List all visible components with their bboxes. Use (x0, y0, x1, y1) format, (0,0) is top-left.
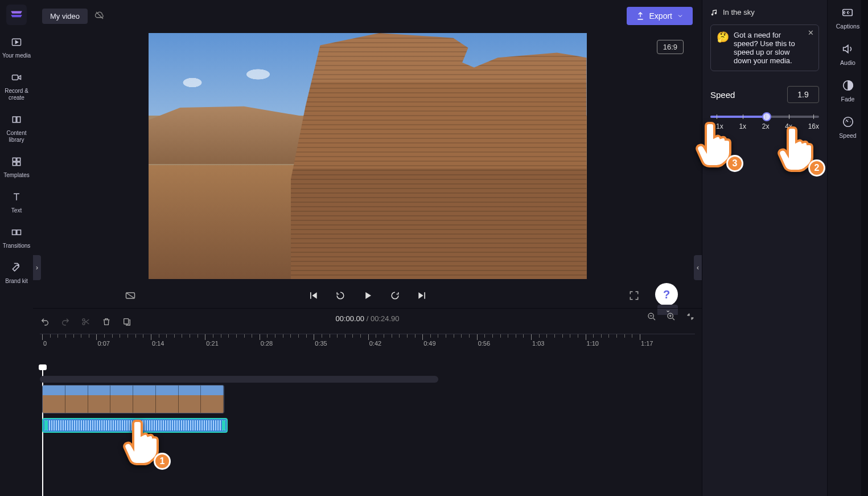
nav-record-create[interactable]: Record & create (1, 71, 32, 101)
duplicate-button[interactable] (122, 317, 132, 327)
slider-mark: 4x (785, 122, 792, 130)
audio-track-label: In the sky (710, 6, 819, 24)
ruler-tick: 1:17 (640, 334, 652, 341)
svg-rect-5 (17, 158, 20, 161)
duration: 00:24.90 (371, 314, 400, 323)
window-scrollbar[interactable] (861, 0, 868, 496)
tab-fade[interactable]: Fade (841, 79, 855, 103)
nav-content-library[interactable]: Content library (1, 113, 32, 144)
nav-label: Text (11, 207, 22, 214)
captions-icon (841, 6, 854, 19)
record-icon (10, 71, 23, 84)
svg-rect-2 (13, 117, 16, 122)
nav-label: Record & create (1, 88, 32, 101)
rewind-button[interactable] (334, 289, 347, 302)
left-rail: Your media Record & create Content libra… (0, 0, 33, 496)
svg-rect-3 (17, 117, 20, 122)
speed-slider[interactable]: 0.1x 1x 2x 4x 16x (710, 116, 819, 130)
help-button[interactable]: ? (655, 283, 678, 306)
transitions-icon (10, 226, 23, 239)
tab-label: Audio (840, 59, 855, 66)
tab-audio[interactable]: Audio (840, 42, 855, 66)
cloud-sync-icon[interactable] (94, 10, 105, 22)
delete-button[interactable] (101, 317, 112, 327)
speed-icon (841, 115, 855, 129)
slider-mark: 1x (739, 122, 746, 130)
svg-rect-14 (124, 319, 129, 324)
nav-your-media[interactable]: Your media (1, 35, 32, 59)
ruler-tick: 0:56 (477, 334, 489, 341)
tip-text: Got a need for speed? Use this to speed … (734, 31, 803, 65)
zoom-in-button[interactable] (667, 312, 676, 323)
nav-label: Brand kit (5, 278, 27, 285)
tab-label: Captions (836, 23, 859, 30)
properties-panel: In the sky 🤔 Got a need for speed? Use t… (702, 0, 827, 496)
brand-icon (10, 261, 23, 274)
tab-speed[interactable]: Speed (839, 115, 856, 139)
split-button[interactable] (81, 317, 91, 327)
main-area: My video Export › ‹ 16:9 (33, 0, 702, 496)
templates-icon (10, 155, 23, 169)
project-title[interactable]: My video (42, 9, 88, 24)
video-clip[interactable] (42, 385, 224, 413)
ruler-tick: 1:10 (586, 334, 598, 341)
chevron-down-icon (677, 13, 684, 19)
app-logo (6, 5, 27, 25)
ruler-tick: 0:49 (422, 334, 434, 341)
undo-button[interactable] (40, 317, 50, 327)
slider-mark: 0.1x (710, 122, 723, 130)
slider-mark: 16x (808, 122, 819, 130)
audio-clip[interactable] (42, 418, 228, 433)
ruler-tick: 1:03 (531, 334, 543, 341)
fullscreen-button[interactable] (628, 289, 640, 302)
skip-back-button[interactable] (307, 289, 319, 302)
ruler-tick: 0:42 (368, 334, 380, 341)
preview-area: › ‹ 16:9 ? ⌄ (33, 32, 702, 308)
play-button[interactable] (361, 289, 374, 302)
nav-transitions[interactable]: Transitions (1, 226, 32, 249)
skip-forward-button[interactable] (416, 289, 429, 302)
timeline-time: 00:00.00 / 00:24.90 (335, 314, 399, 323)
hide-preview-icon[interactable] (124, 289, 137, 302)
track-name: In the sky (723, 8, 755, 17)
tab-captions[interactable]: Captions (836, 6, 859, 30)
ruler-tick: 0:35 (314, 334, 326, 341)
audio-icon (841, 42, 854, 56)
fade-icon (841, 79, 855, 92)
slider-thumb[interactable] (762, 112, 771, 121)
svg-rect-7 (17, 162, 20, 166)
upload-icon (636, 11, 645, 21)
nav-brand-kit[interactable]: Brand kit (1, 261, 32, 285)
nav-label: Templates (3, 172, 30, 179)
nav-label: Your media (2, 52, 31, 59)
ruler-tick: 0 (42, 334, 46, 341)
nav-templates[interactable]: Templates (1, 155, 32, 179)
text-icon (10, 190, 23, 204)
preview-canvas[interactable] (149, 33, 587, 279)
forward-button[interactable] (389, 289, 401, 302)
nav-label: Content library (1, 130, 32, 144)
ruler-tick: 0:21 (205, 334, 217, 341)
library-icon (10, 113, 23, 126)
tab-label: Fade (841, 96, 855, 103)
tab-label: Speed (839, 132, 856, 139)
nav-text[interactable]: Text (1, 190, 32, 214)
export-label: Export (649, 11, 672, 21)
aspect-ratio-button[interactable]: 16:9 (657, 40, 684, 54)
export-button[interactable]: Export (627, 7, 693, 25)
timeline-ruler[interactable]: 00:070:140:210:280:350:420:490:561:031:1… (40, 334, 695, 350)
speed-input[interactable] (787, 86, 819, 103)
redo-button[interactable] (60, 317, 71, 327)
svg-rect-9 (17, 230, 21, 235)
tip-card: 🤔 Got a need for speed? Use this to spee… (710, 24, 819, 71)
thinking-emoji-icon: 🤔 (717, 31, 729, 65)
svg-rect-4 (13, 158, 16, 161)
zoom-out-button[interactable] (647, 312, 656, 323)
timeline-scrollbar[interactable] (40, 376, 438, 383)
clip-handle-right[interactable] (222, 420, 225, 431)
ruler-tick: 0:14 (151, 334, 163, 341)
fit-timeline-button[interactable] (686, 312, 695, 323)
close-tip-button[interactable]: ✕ (808, 28, 814, 37)
clip-handle-left[interactable] (44, 420, 48, 431)
nav-label: Transitions (3, 243, 31, 249)
